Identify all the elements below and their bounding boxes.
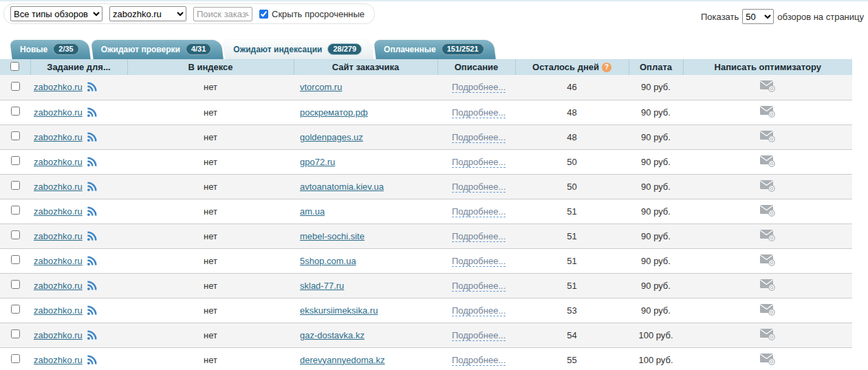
client-site-link[interactable]: am.ua — [300, 206, 325, 217]
task-site-link[interactable]: zabozhko.ru — [34, 231, 83, 241]
rss-feed-icon[interactable] — [87, 281, 97, 291]
client-site-link[interactable]: goldenpages.uz — [300, 132, 363, 142]
details-link[interactable]: Подробнее... — [452, 206, 506, 217]
task-site-link[interactable]: zabozhko.ru — [34, 330, 83, 340]
row-checkbox[interactable] — [11, 181, 20, 190]
task-site-link[interactable]: zabozhko.ru — [34, 82, 83, 92]
rss-feed-icon[interactable] — [87, 182, 97, 192]
write-optimizer-mail-icon[interactable] — [759, 204, 776, 217]
write-optimizer-mail-icon[interactable] — [759, 179, 776, 192]
details-link[interactable]: Подробнее... — [452, 305, 506, 316]
row-checkbox[interactable] — [11, 82, 20, 91]
task-site-link[interactable]: zabozhko.ru — [34, 206, 83, 217]
payment-value: 100 руб. — [629, 323, 683, 347]
details-link[interactable]: Подробнее... — [452, 107, 506, 118]
write-optimizer-mail-icon[interactable] — [759, 279, 776, 291]
row-checkbox[interactable] — [11, 131, 20, 140]
task-for-cell: zabozhko.ru — [30, 100, 127, 124]
rss-feed-icon[interactable] — [87, 82, 97, 92]
review-type-select[interactable]: Все типы обзоров — [10, 6, 102, 21]
rss-feed-icon[interactable] — [87, 132, 97, 142]
rss-feed-icon[interactable] — [87, 157, 97, 167]
tab-awaiting-indexation[interactable]: Ожидают индексации 28/279 — [224, 40, 372, 59]
write-optimizer-mail-icon[interactable] — [759, 229, 776, 241]
write-optimizer-mail-icon[interactable] — [759, 353, 776, 365]
client-site-link[interactable]: mebel-sochi.site — [300, 231, 365, 241]
task-site-link[interactable]: zabozhko.ru — [34, 355, 83, 365]
tab-awaiting-check[interactable]: Ожидают проверки 4/31 — [92, 40, 222, 59]
tab-paid[interactable]: Оплаченные 151/2521 — [375, 40, 495, 59]
task-site-link[interactable]: zabozhko.ru — [34, 107, 83, 118]
per-page-prefix-label: Показать — [701, 12, 739, 22]
per-page-select[interactable]: 50 — [742, 9, 774, 24]
search-input[interactable] — [193, 7, 252, 21]
write-optimizer-cell — [683, 323, 852, 347]
rss-feed-icon[interactable] — [87, 305, 97, 316]
row-checkbox[interactable] — [11, 206, 20, 215]
details-link[interactable]: Подробнее... — [452, 281, 506, 292]
client-site-cell: derevyannyedoma.kz — [294, 347, 437, 370]
details-link[interactable]: Подробнее... — [452, 330, 506, 341]
row-checkbox[interactable] — [11, 230, 20, 239]
site-select[interactable]: zabozhko.ru — [109, 6, 186, 21]
rss-feed-icon[interactable] — [87, 330, 97, 340]
row-checkbox[interactable] — [11, 305, 20, 314]
write-optimizer-mail-icon[interactable] — [759, 130, 776, 142]
rss-feed-icon[interactable] — [87, 256, 97, 266]
rss-feed-icon[interactable] — [87, 206, 97, 217]
row-checkbox[interactable] — [11, 354, 20, 363]
client-site-link[interactable]: роскрематор.рф — [300, 107, 368, 118]
row-checkbox[interactable] — [11, 156, 20, 165]
table-row: zabozhko.ru нет ekskursiimeksika.ru Подр… — [0, 298, 852, 323]
task-site-link[interactable]: zabozhko.ru — [34, 281, 83, 291]
task-site-link[interactable]: zabozhko.ru — [34, 157, 83, 167]
client-site-link[interactable]: vtorcom.ru — [300, 82, 342, 92]
details-link[interactable]: Подробнее... — [452, 256, 506, 267]
header-in-index: В индексе — [127, 59, 294, 75]
task-site-link[interactable]: zabozhko.ru — [34, 256, 83, 266]
row-checkbox[interactable] — [11, 329, 20, 338]
write-optimizer-mail-icon[interactable] — [759, 80, 776, 92]
write-optimizer-mail-icon[interactable] — [759, 105, 776, 118]
write-optimizer-mail-icon[interactable] — [759, 303, 776, 316]
write-optimizer-cell — [683, 273, 852, 298]
days-left-value: 51 — [515, 224, 629, 248]
details-link[interactable]: Подробнее... — [452, 355, 506, 366]
task-site-link[interactable]: zabozhko.ru — [34, 182, 83, 192]
row-checkbox-cell — [0, 100, 30, 124]
rss-feed-icon[interactable] — [87, 355, 97, 365]
details-link[interactable]: Подробнее... — [452, 132, 506, 143]
row-checkbox-cell — [0, 199, 30, 224]
task-site-link[interactable]: zabozhko.ru — [34, 132, 83, 142]
days-left-value: 51 — [515, 199, 629, 224]
client-site-link[interactable]: ekskursiimeksika.ru — [300, 305, 378, 316]
write-optimizer-mail-icon[interactable] — [759, 254, 776, 266]
row-checkbox[interactable] — [11, 107, 20, 116]
client-site-link[interactable]: sklad-77.ru — [300, 281, 344, 291]
task-for-cell: zabozhko.ru — [30, 298, 127, 323]
details-link[interactable]: Подробнее... — [452, 231, 506, 242]
hide-overdue-checkbox[interactable] — [259, 10, 268, 19]
write-optimizer-mail-icon[interactable] — [759, 328, 776, 340]
orders-table: Задание для... В индексе Сайт заказчика … — [0, 59, 852, 370]
hide-overdue-toggle[interactable]: Скрыть просроченные — [259, 9, 365, 19]
row-checkbox[interactable] — [11, 255, 20, 264]
client-site-link[interactable]: 5shop.com.ua — [300, 256, 356, 266]
details-link[interactable]: Подробнее... — [452, 82, 506, 93]
tab-new[interactable]: Новые 2/35 — [11, 40, 89, 59]
write-optimizer-mail-icon[interactable] — [759, 155, 776, 167]
task-site-link[interactable]: zabozhko.ru — [34, 305, 83, 316]
details-link[interactable]: Подробнее... — [452, 182, 506, 193]
rss-feed-icon[interactable] — [87, 107, 97, 118]
row-checkbox-cell — [0, 347, 30, 370]
client-site-link[interactable]: gaz-dostavka.kz — [300, 330, 365, 340]
details-link[interactable]: Подробнее... — [452, 157, 506, 168]
row-checkbox[interactable] — [11, 280, 20, 289]
client-site-link[interactable]: derevyannyedoma.kz — [300, 355, 385, 365]
select-all-checkbox[interactable] — [10, 62, 19, 71]
client-site-link[interactable]: avtoanatomia.kiev.ua — [300, 182, 384, 192]
client-site-link[interactable]: gpo72.ru — [300, 157, 335, 167]
days-left-help-icon[interactable]: ? — [602, 63, 611, 72]
rss-feed-icon[interactable] — [87, 231, 97, 241]
client-site-cell: am.ua — [294, 199, 437, 224]
